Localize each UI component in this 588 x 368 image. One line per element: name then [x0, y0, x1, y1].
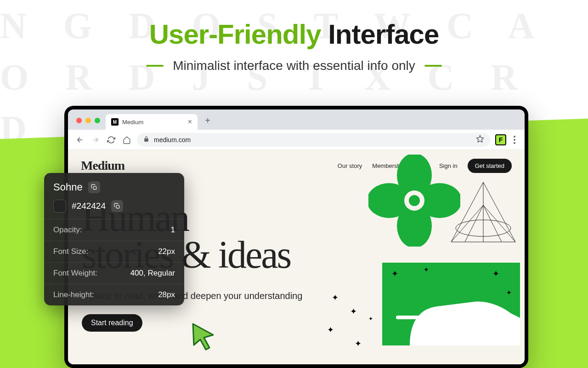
dash-right — [424, 65, 442, 67]
back-button[interactable] — [74, 134, 85, 145]
opacity-label: Opacity: — [53, 225, 82, 235]
copy-font-button[interactable] — [88, 181, 100, 193]
medium-logo[interactable]: Medium — [81, 158, 124, 173]
inspector-row-opacity: Opacity: 1 — [44, 219, 184, 241]
font-inspector-panel: Sohne #242424 Opacity: 1 Font Size: 22px… — [44, 173, 184, 305]
opacity-value: 1 — [171, 225, 175, 235]
copy-color-button[interactable] — [111, 200, 123, 212]
svg-rect-12 — [396, 316, 502, 319]
geometry-illustration — [447, 178, 520, 251]
inspector-row-line-height: Line-height: 28px — [44, 284, 184, 305]
tab-title: Medium — [122, 119, 143, 126]
inspector-color-hex: #242424 — [72, 201, 106, 211]
subtitle-row: Minimalist interface with essential info… — [0, 58, 588, 73]
line-height-label: Line-height: — [53, 290, 94, 299]
window-controls — [73, 118, 106, 130]
bookmark-star-icon[interactable] — [476, 135, 484, 144]
extension-icon[interactable]: F — [495, 134, 506, 145]
hand-illustration: ✦ ✦ ✦ ✦ — [382, 263, 520, 345]
font-weight-label: Font Weight: — [53, 269, 97, 278]
reload-button[interactable] — [106, 134, 117, 145]
inspector-font-name: Sohne — [53, 181, 83, 193]
home-button[interactable] — [121, 134, 132, 145]
svg-rect-14 — [116, 205, 119, 208]
maximize-window-icon[interactable] — [95, 118, 100, 123]
title-highlight: User-Friendly — [149, 19, 321, 50]
star-decoration: ✦ ✦ ✦ ✦ ✦ — [322, 288, 378, 357]
svg-text:✦: ✦ — [492, 269, 499, 278]
title-rest: Interface — [328, 19, 439, 50]
url-bar: medium.com F — [68, 130, 525, 150]
lock-icon — [143, 136, 149, 144]
page-title: User-Friendly Interface — [0, 18, 588, 50]
tab-bar: M Medium × + — [68, 109, 525, 130]
line-height-value: 28px — [158, 290, 175, 299]
font-size-value: 22px — [158, 247, 175, 256]
font-weight-value: 400, Regular — [130, 269, 175, 278]
url-text: medium.com — [154, 136, 191, 144]
get-started-button[interactable]: Get started — [468, 159, 512, 173]
inspector-row-font-weight: Font Weight: 400, Regular — [44, 263, 184, 284]
svg-text:✦: ✦ — [506, 289, 512, 296]
browser-menu-icon[interactable] — [511, 136, 518, 144]
svg-text:✦: ✦ — [424, 266, 429, 273]
close-window-icon[interactable] — [76, 118, 82, 123]
svg-marker-0 — [477, 136, 484, 142]
new-tab-button[interactable]: + — [201, 114, 214, 127]
minimize-window-icon[interactable] — [85, 118, 91, 123]
svg-rect-13 — [93, 186, 96, 189]
inspector-row-font-size: Font Size: 22px — [44, 241, 184, 263]
start-reading-button[interactable]: Start reading — [82, 314, 142, 332]
cursor-icon — [190, 322, 218, 353]
close-tab-icon[interactable]: × — [188, 118, 192, 126]
font-size-label: Font Size: — [53, 247, 89, 256]
address-bar[interactable]: medium.com — [137, 133, 491, 147]
promo-header: User-Friendly Interface Minimalist inter… — [0, 0, 588, 73]
svg-point-6 — [409, 195, 420, 206]
subtitle: Minimalist interface with essential info… — [173, 58, 415, 73]
svg-text:✦: ✦ — [391, 269, 398, 278]
browser-tab[interactable]: M Medium × — [106, 114, 198, 130]
forward-button[interactable] — [90, 134, 101, 145]
color-swatch — [53, 200, 66, 213]
nav-our-story[interactable]: Our story — [338, 162, 362, 169]
tab-favicon-icon: M — [111, 118, 119, 126]
dash-left — [146, 65, 164, 67]
